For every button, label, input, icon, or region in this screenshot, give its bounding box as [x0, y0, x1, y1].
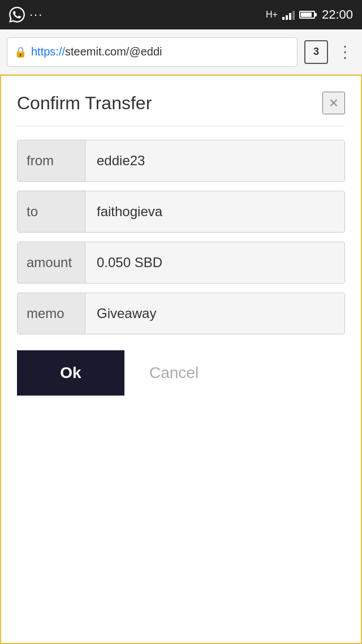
confirm-transfer-dialog: Confirm Transfer × from eddie23 to faith…	[1, 76, 361, 414]
cancel-button[interactable]: Cancel	[138, 350, 210, 396]
to-field-row: to faithogieva	[17, 191, 345, 233]
signal-icon	[282, 10, 295, 20]
amount-field-row: amount 0.050 SBD	[17, 242, 345, 284]
header-divider	[17, 126, 345, 126]
status-bar-right: H+ 22:00	[266, 7, 353, 22]
from-value: eddie23	[85, 140, 344, 181]
button-row: Ok Cancel	[17, 350, 345, 396]
dialog-title: Confirm Transfer	[17, 93, 152, 114]
dialog-header: Confirm Transfer ×	[17, 92, 345, 114]
main-content: Confirm Transfer × from eddie23 to faith…	[0, 75, 362, 644]
status-bar: ··· H+ 22:00	[0, 0, 362, 29]
memo-value: Giveaway	[85, 293, 344, 334]
to-label: to	[18, 191, 85, 232]
close-button[interactable]: ×	[322, 92, 345, 114]
to-value: faithogieva	[85, 191, 344, 232]
status-bar-left: ···	[9, 7, 43, 23]
url-text: https://steemit.com/@eddi	[31, 45, 162, 58]
memo-label: memo	[18, 293, 85, 334]
memo-field-row: memo Giveaway	[17, 293, 345, 334]
browser-bar: 🔒 https://steemit.com/@eddi 3 ⋮	[0, 29, 362, 75]
browser-menu-button[interactable]: ⋮	[335, 42, 355, 62]
url-bar[interactable]: 🔒 https://steemit.com/@eddi	[7, 37, 298, 67]
network-indicator: H+	[266, 10, 278, 20]
lock-icon: 🔒	[14, 46, 27, 58]
status-dots: ···	[29, 7, 43, 22]
amount-label: amount	[18, 242, 85, 283]
whatsapp-icon	[9, 7, 25, 23]
from-field-row: from eddie23	[17, 140, 345, 182]
https-prefix: https://	[31, 45, 65, 58]
amount-value: 0.050 SBD	[85, 242, 344, 283]
battery-icon	[299, 11, 315, 19]
url-domain: steemit.com/@eddi	[65, 45, 162, 58]
time-display: 22:00	[322, 7, 353, 22]
ok-button[interactable]: Ok	[17, 350, 124, 396]
from-label: from	[18, 140, 85, 181]
tab-counter[interactable]: 3	[304, 40, 328, 64]
